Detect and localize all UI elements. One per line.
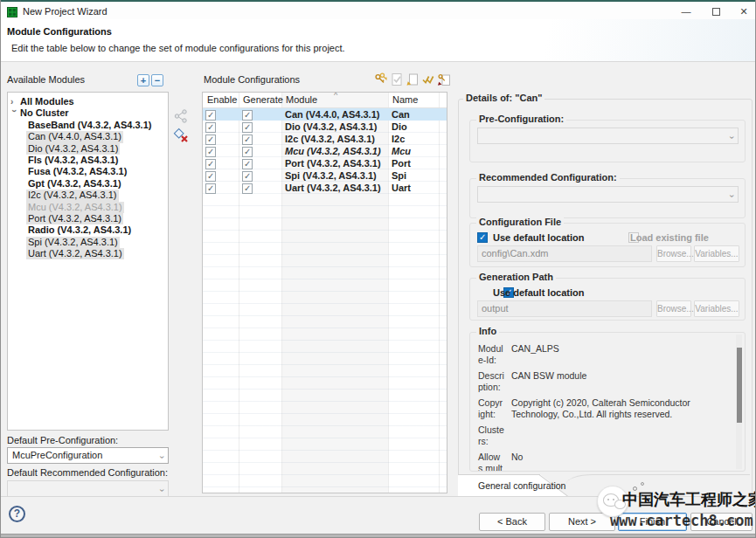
- row-checkbox[interactable]: [205, 171, 216, 182]
- generate-cell: [239, 169, 281, 182]
- row-checkbox[interactable]: [242, 122, 253, 133]
- column-header-name[interactable]: Name: [392, 94, 418, 105]
- column-header-enable[interactable]: Enable: [207, 94, 237, 105]
- default-pre-configuration-label: Default Pre-Configuration:: [7, 435, 118, 445]
- generation-path-field[interactable]: output: [477, 300, 652, 317]
- chevron-down-icon: ›: [725, 195, 739, 197]
- tree-item[interactable]: Spi (V4.3.2, AS4.3.1): [8, 237, 168, 248]
- column-header-generate[interactable]: Generate: [243, 94, 283, 105]
- default-pre-configuration-select[interactable]: McuPreConfiguration ›: [7, 447, 169, 464]
- module-cell: Uart (V4.3.2, AS4.3.1): [281, 182, 388, 194]
- tree-item[interactable]: BaseBand (V4.3.2, AS4.3.1): [8, 120, 168, 131]
- table-row[interactable]: Mcu (V4.3.2, AS4.3.1)Mcu: [203, 145, 447, 157]
- table-row[interactable]: Dio (V4.3.2, AS4.3.1)Dio: [203, 121, 447, 133]
- row-checkbox[interactable]: [205, 110, 216, 121]
- tree-item[interactable]: Can (V4.4.0, AS4.3.1): [8, 131, 168, 142]
- table-row[interactable]: Spi (V4.3.2, AS4.3.1)Spi: [203, 169, 447, 182]
- tree-item[interactable]: Fls (V4.3.2, AS4.3.1): [8, 155, 168, 166]
- info-value: Copyright (c) 2020, Calterah Semiconduct…: [511, 397, 726, 420]
- keys-icon[interactable]: [374, 72, 388, 86]
- window-bottom-edge: [0, 534, 756, 538]
- tree-item-label: Gpt (V4.3.2, AS4.3.1): [26, 178, 123, 190]
- table-row[interactable]: Can (V4.4.0, AS4.3.1)Can: [203, 108, 447, 121]
- expand-all-button[interactable]: +: [137, 74, 149, 86]
- pre-configuration-select[interactable]: ›: [477, 128, 739, 144]
- add-module-icon[interactable]: [173, 108, 189, 124]
- tree-item[interactable]: Gpt (V4.3.2, AS4.3.1): [8, 178, 168, 190]
- page-title: Module Configurations: [7, 26, 112, 37]
- variables-button[interactable]: Variables...: [694, 245, 739, 262]
- scrollbar-thumb[interactable]: [737, 348, 742, 423]
- info-label: Copyright:: [478, 397, 504, 420]
- recommended-configuration-label: Recommended Configuration:: [476, 172, 620, 183]
- module-cell: Dio (V4.3.2, AS4.3.1): [281, 121, 388, 133]
- table-row[interactable]: I2c (V4.3.2, AS4.3.1)I2c: [203, 133, 447, 145]
- column-header-module[interactable]: Module: [286, 94, 317, 105]
- chevron-down-icon: ›: [155, 456, 170, 459]
- collapse-all-button[interactable]: −: [151, 74, 163, 86]
- tree-item-label: Can (V4.4.0, AS4.3.1): [26, 131, 123, 142]
- info-value: No: [511, 452, 726, 472]
- row-checkbox[interactable]: [242, 134, 253, 145]
- info-value: CAN BSW module: [511, 370, 726, 393]
- configuration-file-path-field[interactable]: config\Can.xdm: [477, 245, 652, 262]
- expand-arrow-icon[interactable]: ›: [10, 96, 18, 107]
- chevron-down-icon: ›: [725, 136, 739, 139]
- tree-item[interactable]: Fusa (V4.3.2, AS4.3.1): [8, 166, 168, 177]
- tree-item[interactable]: Dio (V4.3.2, AS4.3.1): [8, 143, 168, 155]
- chevron-down-icon: ›: [155, 489, 170, 492]
- tree-item[interactable]: Port (V4.3.2, AS4.3.1): [8, 213, 168, 224]
- name-cell: Dio: [388, 121, 439, 133]
- info-group: Module-Id:CAN_ALPSDescription:CAN BSW mo…: [469, 332, 746, 472]
- remove-module-icon[interactable]: [173, 128, 189, 143]
- default-recommended-configuration-select[interactable]: ›: [7, 480, 169, 497]
- row-checkbox[interactable]: [242, 183, 253, 194]
- pre-configuration-label: Pre-Configuration:: [476, 114, 566, 124]
- general-configuration-tab-label[interactable]: General configuration: [478, 480, 565, 491]
- paste-icon[interactable]: [406, 72, 420, 86]
- module-toolbar: [374, 72, 451, 86]
- info-title: Info: [476, 326, 499, 336]
- module-configurations-table[interactable]: Enable Generate Module ^ Name Can (V4.4.…: [202, 92, 447, 493]
- row-checkbox[interactable]: [205, 134, 216, 145]
- generate-cell: [239, 182, 281, 194]
- collapse-arrow-icon[interactable]: ›: [9, 110, 20, 118]
- tree-item[interactable]: ›No Cluster: [8, 107, 168, 119]
- wizard-header: Module Configurations Edit the table bel…: [0, 19, 756, 62]
- variables-button[interactable]: Variables...: [694, 300, 739, 317]
- default-pre-configuration-value: McuPreConfiguration: [12, 450, 102, 460]
- tree-item[interactable]: Uart (V4.3.2, AS4.3.1): [8, 248, 168, 259]
- row-checkbox[interactable]: [242, 159, 253, 169]
- use-default-location-checkbox[interactable]: [477, 232, 488, 243]
- enable-cell: [203, 157, 239, 169]
- available-modules-tree[interactable]: ›All Modules›No ClusterBaseBand (V4.3.2,…: [7, 92, 169, 431]
- tree-item[interactable]: ›All Modules: [8, 96, 168, 107]
- row-checkbox[interactable]: [242, 110, 253, 121]
- browse-button[interactable]: Browse...: [656, 300, 691, 317]
- back-button[interactable]: < Back: [479, 513, 545, 531]
- info-scrollbar[interactable]: [736, 335, 742, 469]
- row-checkbox[interactable]: [242, 147, 253, 157]
- table-row[interactable]: Port (V4.3.2, AS4.3.1)Port: [203, 157, 447, 169]
- row-checkbox[interactable]: [205, 183, 216, 194]
- help-button[interactable]: ?: [9, 506, 25, 522]
- table-row[interactable]: Uart (V4.3.2, AS4.3.1)Uart: [203, 182, 447, 194]
- enable-cell: [203, 145, 239, 157]
- recommended-configuration-select[interactable]: ›: [477, 186, 739, 203]
- close-button[interactable]: ✕: [732, 3, 755, 20]
- tree-item[interactable]: Radio (V4.3.2, AS4.3.1): [8, 224, 168, 236]
- import-configuration-icon[interactable]: [437, 72, 451, 86]
- enable-cell: [203, 108, 239, 121]
- row-checkbox[interactable]: [205, 159, 216, 169]
- minimize-button[interactable]: —: [675, 3, 697, 20]
- row-checkbox[interactable]: [205, 147, 216, 157]
- tree-item[interactable]: Mcu (V4.3.2, AS4.3.1): [8, 202, 168, 213]
- row-checkbox[interactable]: [242, 171, 253, 182]
- tree-item[interactable]: I2c (V4.3.2, AS4.3.1): [8, 190, 168, 201]
- sync-configurations-icon[interactable]: [421, 72, 435, 86]
- watermark-text-cn: 中国汽车工程师之家: [622, 489, 756, 510]
- maximize-button[interactable]: [704, 3, 727, 20]
- validate-icon[interactable]: [390, 72, 404, 86]
- row-checkbox[interactable]: [205, 122, 216, 133]
- browse-button[interactable]: Browse...: [656, 245, 691, 262]
